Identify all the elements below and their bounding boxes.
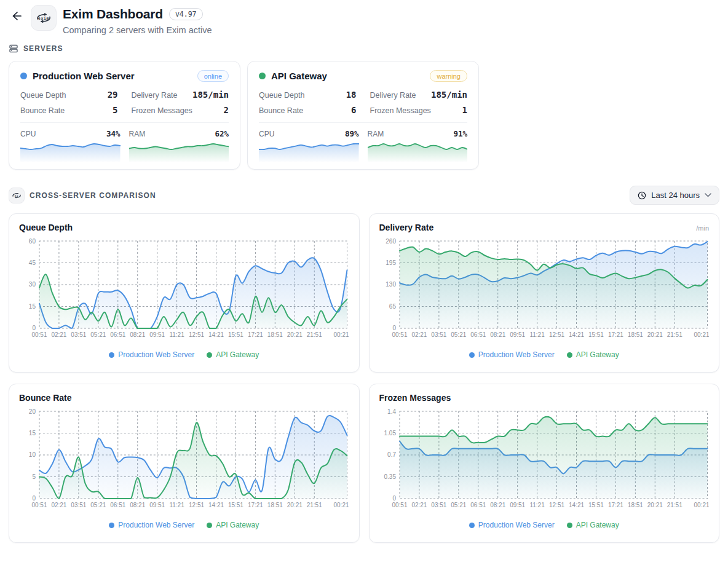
svg-text:65: 65: [389, 303, 396, 310]
svg-text:14:21: 14:21: [208, 502, 224, 508]
svg-text:15:51: 15:51: [588, 502, 603, 508]
svg-text:0.7: 0.7: [387, 451, 396, 458]
charts-grid: Queue Depth 60453015000:5102:2103:5105:2…: [9, 213, 719, 543]
svg-text:06:51: 06:51: [110, 331, 125, 338]
gauge-value: 62%: [215, 129, 229, 138]
page-subtitle: Comparing 2 servers with Exim active: [63, 25, 212, 35]
cpu-sparkline: [259, 141, 359, 162]
svg-text:08:21: 08:21: [490, 502, 505, 508]
delivery-rate-chart: 26019513065000:5102:2103:5105:2106:5108:…: [379, 239, 710, 344]
ram-sparkline: [129, 141, 229, 162]
svg-text:17:21: 17:21: [607, 502, 623, 508]
svg-text:ex: ex: [15, 194, 18, 197]
legend-dot-gateway: [207, 523, 212, 528]
svg-text:00:51: 00:51: [392, 331, 407, 338]
svg-text:03:51: 03:51: [431, 502, 446, 508]
svg-text:06:51: 06:51: [470, 331, 486, 338]
status-badge: warning: [430, 70, 467, 82]
svg-text:03:51: 03:51: [71, 502, 86, 508]
server-card-api-gateway: API Gateway warning Queue Depth18 Delive…: [247, 61, 479, 170]
svg-text:00:21: 00:21: [334, 502, 349, 508]
stat-label: Delivery Rate: [132, 91, 178, 100]
stat-label: Queue Depth: [20, 91, 66, 100]
back-button[interactable]: [9, 7, 25, 26]
svg-text:05:21: 05:21: [90, 502, 106, 508]
svg-text:00:51: 00:51: [392, 502, 407, 508]
svg-text:17:21: 17:21: [607, 331, 623, 338]
server-name: Production Web Server: [33, 71, 192, 81]
chart-unit: /min: [696, 224, 709, 232]
chart-legend: Production Web Server API Gateway: [379, 521, 710, 529]
server-cards-row: Production Web Server online Queue Depth…: [9, 61, 719, 170]
ram-sparkline: [368, 141, 468, 162]
svg-text:00:21: 00:21: [334, 331, 349, 338]
cpu-gauge: CPU 34%: [20, 129, 121, 162]
legend-label: Production Web Server: [118, 350, 194, 359]
bounce-rate-chart: 2015105000:5102:2103:5105:2106:5108:2109…: [19, 409, 349, 515]
stat-value: 5: [113, 105, 117, 115]
svg-text:21:51: 21:51: [667, 331, 682, 338]
exim-mini-logo-icon: ex: [9, 188, 25, 203]
svg-text:00:21: 00:21: [694, 331, 709, 338]
svg-text:5: 5: [32, 473, 36, 480]
svg-text:1.05: 1.05: [384, 430, 396, 437]
stat-label: Frozen Messages: [132, 106, 192, 115]
stat-label: Frozen Messages: [370, 106, 431, 115]
servers-section-label-text: SERVERS: [23, 44, 63, 53]
stat-value: 185/min: [431, 90, 467, 100]
svg-text:11:21: 11:21: [529, 331, 545, 338]
svg-text:05:21: 05:21: [451, 502, 466, 508]
comparison-section-label-text: CROSS-SERVER COMPARISON: [30, 191, 156, 200]
frozen-messages-chart: 1.41.050.70.35000:5102:2103:5105:2106:51…: [379, 409, 710, 515]
status-badge: online: [197, 70, 229, 82]
svg-text:11:21: 11:21: [169, 502, 184, 508]
comparison-section-label: ex CROSS-SERVER COMPARISON: [9, 188, 156, 203]
stat-label: Queue Depth: [259, 91, 304, 100]
svg-text:18:51: 18:51: [267, 331, 283, 338]
svg-text:15: 15: [29, 303, 36, 310]
svg-text:09:51: 09:51: [149, 502, 165, 508]
svg-text:12:51: 12:51: [549, 331, 564, 338]
title-wrap: Exim Dashboard v4.97 Comparing 2 servers…: [63, 5, 212, 35]
chevron-down-icon: [705, 193, 711, 197]
svg-text:20:21: 20:21: [647, 502, 662, 508]
clock-icon: [638, 191, 646, 200]
gauge-label: RAM: [368, 130, 384, 138]
legend-dot-gateway: [207, 352, 212, 358]
gauge-label: CPU: [259, 130, 274, 138]
svg-text:02:21: 02:21: [51, 502, 66, 508]
divider: [259, 122, 467, 123]
cpu-gauge: CPU 89%: [259, 129, 359, 162]
svg-text:130: 130: [386, 281, 396, 288]
svg-text:12:51: 12:51: [189, 331, 204, 338]
chart-legend: Production Web Server API Gateway: [379, 350, 710, 359]
queue-depth-chart: 60453015000:5102:2103:5105:2106:5108:210…: [19, 239, 349, 344]
chart-title: Frozen Messages: [379, 393, 451, 403]
servers-section-label: SERVERS: [9, 44, 719, 53]
chart-card-frozen-messages: Frozen Messages 1.41.050.70.35000:5102:2…: [369, 384, 720, 543]
legend-label: API Gateway: [216, 350, 259, 359]
gauge-value: 91%: [453, 129, 467, 138]
chart-title: Bounce Rate: [19, 393, 72, 403]
svg-text:20:21: 20:21: [647, 331, 662, 338]
time-range-dropdown[interactable]: Last 24 hours: [630, 186, 719, 205]
legend-dot-production: [469, 523, 475, 528]
svg-text:20: 20: [29, 409, 36, 415]
server-status-dot: [259, 73, 266, 79]
legend-dot-production: [469, 352, 475, 358]
svg-text:02:21: 02:21: [51, 331, 66, 338]
svg-text:20:21: 20:21: [287, 502, 303, 508]
svg-text:11:21: 11:21: [529, 502, 545, 508]
stat-value: 18: [346, 90, 357, 100]
chart-title: Delivery Rate: [379, 223, 434, 232]
comparison-bar: ex CROSS-SERVER COMPARISON Last 24 hours: [9, 186, 719, 205]
chart-card-queue-depth: Queue Depth 60453015000:5102:2103:5105:2…: [9, 213, 360, 373]
stat-value: 185/min: [192, 90, 229, 100]
svg-text:12:51: 12:51: [549, 502, 564, 508]
svg-text:60: 60: [29, 239, 36, 245]
svg-text:03:51: 03:51: [431, 331, 446, 338]
svg-text:17:21: 17:21: [248, 502, 263, 508]
svg-text:14:21: 14:21: [569, 502, 584, 508]
ram-gauge: RAM 62%: [129, 129, 229, 162]
stat-label: Bounce Rate: [20, 106, 65, 115]
